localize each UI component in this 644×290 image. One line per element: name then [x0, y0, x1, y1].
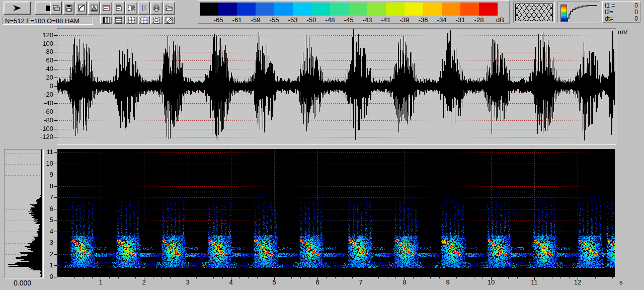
colorbar-tick-label: -48: [321, 16, 339, 24]
spectrogram-x-tick: [370, 277, 370, 278]
spectrogram-y-tick: [54, 254, 57, 255]
spectrogram-x-tick: [560, 277, 561, 278]
colorbar-segment: [256, 3, 274, 16]
waveform-display[interactable]: [57, 29, 615, 143]
waveform-y-tick: [54, 103, 57, 104]
save-icon: [65, 4, 73, 12]
spectrogram-x-tick: [291, 277, 292, 278]
spectrogram-x-tick: [92, 277, 93, 278]
colorbar-segment: [311, 3, 330, 16]
waveform-y-tick: [54, 95, 57, 95]
edit-button[interactable]: [163, 16, 175, 24]
spectrogram-y-tick-label: 3: [40, 239, 53, 246]
spectrogram-x-tick: [612, 277, 613, 278]
waveform-y-tick-label: 80: [31, 48, 53, 55]
waveform-y-tick: [54, 35, 57, 36]
colorbar-tick-label: -55: [266, 16, 283, 24]
copy-display-button[interactable]: [50, 2, 62, 15]
spectrogram-x-tick: [482, 277, 483, 278]
amplitude-mapping-display[interactable]: [557, 2, 600, 23]
window-function-button[interactable]: [88, 2, 100, 15]
colorbar-segment: [330, 3, 349, 16]
spectrogram-x-tick: [257, 277, 258, 278]
play-button[interactable]: [4, 2, 31, 15]
time-readout-label: t2=: [605, 9, 613, 15]
spectrogram-x-tick: [578, 277, 578, 280]
spectrogram-x-tick: [309, 277, 309, 278]
spectrogram-x-tick: [491, 277, 492, 280]
spectrogram-x-tick: [395, 277, 396, 278]
spectrogram-x-tick: [317, 277, 318, 280]
layout-rows-button[interactable]: [113, 16, 125, 24]
spectrogram-y-tick: [54, 243, 57, 243]
palette-box-button[interactable]: [125, 2, 137, 15]
spectrogram-y-tick-label: 9: [40, 171, 53, 178]
layout-frame-icon: [152, 17, 160, 24]
spectrogram-x-tick: [387, 277, 387, 278]
waveform-y-tick: [54, 60, 57, 61]
pattern-display-button[interactable]: [513, 2, 555, 23]
display-toolbar: [100, 2, 175, 15]
print-button[interactable]: [150, 2, 163, 15]
colorbar-segment: [349, 3, 367, 16]
display-window-button[interactable]: [100, 2, 112, 15]
sampling-settings-button[interactable]: [138, 2, 150, 15]
spectrogram-x-tick: [179, 277, 179, 278]
waveform-y-tick-label: 0: [31, 82, 53, 90]
spectrogram-x-tick: [248, 277, 249, 278]
cursor-time-readout: t1 =0t2=0dt=0: [602, 1, 640, 23]
waveform-y-tick: [54, 86, 57, 87]
spectrogram-x-tick: [569, 277, 570, 278]
spectrogram-y-tick-label: 2: [40, 250, 53, 258]
spectrogram-y-tick-label: 7: [40, 193, 53, 201]
spectrogram-x-tick: [456, 277, 457, 278]
spectrogram-x-tick: [405, 277, 405, 280]
spectrogram-x-tick: [517, 277, 518, 278]
open-folder-icon: [165, 4, 173, 12]
spectrogram-x-tick: [344, 277, 344, 278]
save-button[interactable]: [63, 2, 74, 15]
transfer-curve-button[interactable]: [75, 2, 87, 15]
spectrogram-x-tick: [508, 277, 509, 278]
spectrogram-x-tick: [422, 277, 422, 278]
spectrogram-x-tick: [162, 277, 162, 278]
waveform-y-tick-label: 60: [31, 56, 53, 64]
waveform-y-tick-label: 100: [31, 40, 53, 47]
play-icon: [11, 4, 24, 12]
layout-cross-button[interactable]: [138, 16, 150, 24]
analysis-settings-button[interactable]: [113, 2, 125, 15]
open-file-button[interactable]: [163, 2, 175, 15]
spectrogram-x-tick: [534, 277, 535, 280]
waveform-y-tick-label: -100: [31, 125, 53, 132]
spectrogram-x-tick: [430, 277, 431, 278]
layout-frame-button[interactable]: [150, 16, 163, 24]
window-function-icon: [90, 4, 98, 12]
spectrogram-x-tick: [84, 277, 84, 278]
colorbar-segment: [386, 3, 405, 16]
spectrogram-x-tick: [335, 277, 336, 278]
spectrogram-x-tick: [283, 277, 283, 278]
transfer-curve-icon: [77, 4, 86, 12]
spectrogram-y-tick-label: 8: [40, 182, 53, 190]
time-readout-value: 0: [634, 9, 638, 15]
colorbar-segment: [367, 3, 386, 16]
waveform-y-tick: [54, 137, 57, 137]
spectrogram-x-tick: [188, 277, 188, 280]
spectrogram-display[interactable]: [57, 149, 615, 277]
spectrogram-app-window: { "app": { "background": "#c0c0c0", "gri…: [0, 0, 644, 290]
layout-columns-button[interactable]: [100, 16, 112, 24]
average-spectrum-panel[interactable]: [4, 149, 44, 278]
spectrogram-x-tick: [205, 277, 205, 278]
waveform-y-tick-label: -40: [31, 99, 53, 107]
layout-grid-button[interactable]: [125, 16, 137, 24]
spectrogram-x-tick: [604, 277, 604, 278]
colorbar-segment: [274, 3, 293, 16]
spectrogram-x-tick: [196, 277, 197, 278]
color-scale-panel: dB -65-61-59-55-53-50-48-45-43-41-39-36-…: [198, 1, 510, 24]
colorbar-segment: [423, 3, 442, 16]
spectrogram-x-tick: [101, 277, 101, 280]
colorbar-tick-label: -53: [284, 16, 301, 24]
colorbar-tick-label: -41: [377, 16, 394, 24]
spectrogram-x-tick: [595, 277, 596, 278]
spectrogram-x-tick: [231, 277, 231, 280]
